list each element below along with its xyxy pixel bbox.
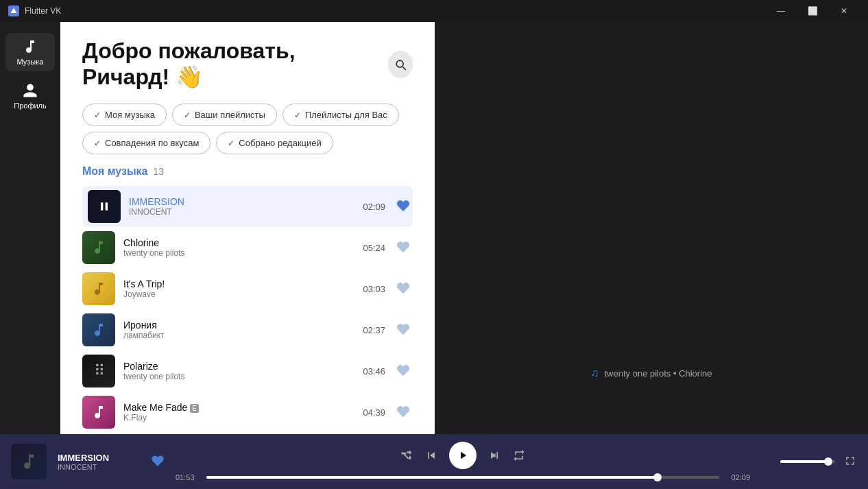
sidebar-item-profile[interactable]: Профиль	[5, 77, 55, 115]
skip-previous-icon	[424, 449, 438, 462]
heart-icon	[396, 322, 410, 336]
tab-your-playlists[interactable]: ✓ Ваши плейлисты	[172, 104, 277, 126]
play-overlay	[88, 190, 121, 223]
list-item[interactable]: It's A Trip! Joywave 03:03	[82, 268, 413, 309]
song-artist: K.Flay	[123, 413, 353, 422]
song-artist: twenty one pilots	[123, 248, 353, 258]
maximize-button[interactable]: ⬜	[797, 0, 828, 22]
song-duration: 02:09	[361, 202, 385, 212]
song-info: Polarize twenty one pilots	[123, 361, 353, 381]
player-like-button[interactable]	[151, 454, 165, 470]
repeat-button[interactable]	[512, 449, 526, 462]
repeat-icon	[512, 449, 526, 462]
next-button[interactable]	[487, 449, 501, 462]
search-button[interactable]	[388, 51, 413, 78]
shuffle-icon	[400, 449, 413, 462]
prev-button[interactable]	[424, 449, 438, 462]
like-button[interactable]	[394, 278, 413, 300]
sidebar: Музыка Профиль	[0, 22, 60, 434]
list-item[interactable]: Make Me Fade E K.Flay 04:39	[82, 392, 413, 433]
like-button[interactable]	[394, 196, 413, 217]
song-info: IMMERSION INNOCENT	[129, 196, 353, 217]
section-count: 13	[154, 166, 165, 177]
music-note-icon: ♫	[590, 367, 599, 379]
section-title: Моя музыка	[82, 165, 148, 178]
tab-taste-matches[interactable]: ✓ Совпадения по вкусам	[82, 132, 210, 154]
total-time: 02:09	[726, 473, 750, 481]
music-note-icon	[91, 281, 107, 297]
song-right: 02:09	[361, 196, 413, 217]
songs-area[interactable]: Моя музыка 13 IMMERSION INNOCENT 02:09	[60, 154, 435, 434]
progress-fill	[206, 476, 658, 479]
player-info: IMMERSION INNOCENT	[58, 453, 140, 471]
window-controls: — ⬜ ✕	[765, 0, 860, 22]
player-title: IMMERSION	[58, 453, 140, 463]
pause-icon	[97, 200, 111, 213]
song-title: It's A Trip!	[123, 278, 353, 289]
song-artist: INNOCENT	[129, 207, 353, 217]
tab-editors-picks[interactable]: ✓ Собрано редакцией	[216, 132, 333, 154]
heart-icon	[396, 281, 410, 295]
titlebar-left: Flutter VK	[8, 5, 61, 16]
tab-my-music[interactable]: ✓ Моя музыка	[82, 104, 167, 126]
heart-icon	[396, 240, 410, 254]
song-artist: лампабикт	[123, 331, 353, 340]
like-button[interactable]	[394, 402, 413, 423]
music-icon	[22, 38, 38, 55]
app-title: Flutter VK	[25, 6, 61, 16]
song-right: 04:39	[361, 402, 413, 423]
music-note-icon	[91, 239, 107, 256]
list-item[interactable]: ⠿ Polarize twenty one pilots 03:46	[82, 350, 413, 392]
sidebar-item-music[interactable]: Музыка	[5, 33, 55, 71]
minimize-button[interactable]: —	[765, 0, 797, 22]
tab-playlists-for-you[interactable]: ✓ Плейлисты для Вас	[282, 104, 399, 126]
player-artist: INNOCENT	[58, 463, 140, 471]
song-info: It's A Trip! Joywave	[123, 278, 353, 299]
close-button[interactable]: ✕	[828, 0, 860, 22]
progress-row: 01:53 02:09	[176, 473, 750, 481]
like-button[interactable]	[394, 320, 413, 341]
current-time: 01:53	[176, 473, 200, 481]
player-bar: IMMERSION INNOCENT	[0, 434, 868, 489]
player-right	[761, 454, 857, 470]
shuffle-button[interactable]	[400, 449, 413, 462]
list-item[interactable]: IMMERSION INNOCENT 02:09	[82, 186, 413, 227]
song-thumbnail	[82, 272, 115, 305]
song-right: 03:46	[361, 361, 413, 382]
progress-track[interactable]	[206, 476, 719, 479]
song-title: Polarize	[123, 361, 353, 372]
like-button[interactable]	[394, 361, 413, 382]
content-header: Добро пожаловать, Ричард! 👋 ✓ Моя музыка…	[60, 22, 435, 154]
heart-icon	[396, 199, 410, 213]
tabs-row: ✓ Моя музыка ✓ Ваши плейлисты ✓ Плейлист…	[82, 104, 413, 154]
song-thumbnail	[82, 231, 115, 264]
search-icon	[394, 58, 407, 71]
right-panel: ♫ twenty one pilots • Chlorine	[435, 22, 868, 434]
like-button[interactable]	[394, 237, 413, 259]
player-thumbnail	[11, 444, 47, 479]
content-area: Добро пожаловать, Ричард! 👋 ✓ Моя музыка…	[60, 22, 435, 434]
volume-thumb	[824, 457, 832, 466]
player-center: 01:53 02:09	[176, 442, 750, 481]
sidebar-profile-label: Профиль	[14, 102, 47, 110]
song-right: 03:03	[361, 278, 413, 300]
list-item[interactable]: Ирония лампабикт 02:37	[82, 309, 413, 350]
song-title: Chlorine	[123, 237, 353, 248]
welcome-title: Добро пожаловать, Ричард! 👋	[82, 38, 388, 90]
music-note-icon	[91, 404, 107, 420]
album-art-icon	[19, 452, 38, 471]
song-info: Make Me Fade E K.Flay	[123, 402, 353, 422]
music-note-icon	[91, 322, 107, 338]
expand-button[interactable]	[843, 454, 857, 470]
song-thumbnail: ⠿	[82, 355, 115, 387]
now-playing-hint: ♫ twenty one pilots • Chlorine	[590, 367, 712, 379]
section-header: Моя музыка 13	[82, 165, 413, 178]
song-title: Make Me Fade E	[123, 402, 353, 413]
list-item[interactable]: Chlorine twenty one pilots 05:24	[82, 227, 413, 268]
sidebar-music-label: Музыка	[17, 58, 44, 66]
player-controls	[400, 442, 526, 469]
song-duration: 03:03	[361, 284, 385, 294]
volume-track[interactable]	[780, 460, 835, 463]
play-pause-button[interactable]	[449, 442, 477, 469]
heart-icon	[396, 363, 410, 377]
